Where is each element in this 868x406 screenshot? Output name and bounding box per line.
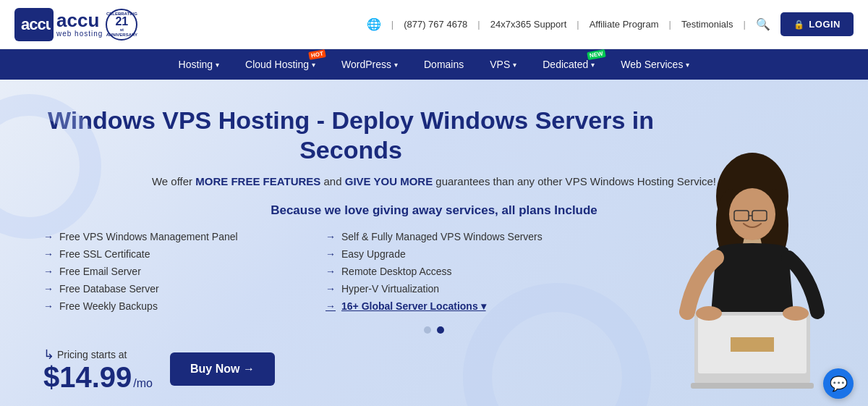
feature-item: → Free SSL Certificate [43, 248, 297, 260]
dot-1[interactable] [424, 326, 431, 334]
svg-rect-15 [731, 337, 774, 352]
arrow-icon: → [326, 231, 336, 242]
new-badge: NEW [587, 49, 605, 60]
svg-rect-12 [691, 383, 814, 389]
header-right: 🌐 | (877) 767 4678 | 24x7x365 Support | … [367, 12, 854, 36]
pricing-text: ↳ Pricing starts at $14.99 /mo [43, 347, 153, 392]
phone-link[interactable]: (877) 767 4678 [404, 19, 467, 30]
logo-brand: accu [56, 11, 103, 30]
nav-cloud-label: Cloud Hosting [245, 59, 309, 70]
arrow-icon: → [326, 283, 336, 295]
subtitle-bold1: MORE FREE FEATURES [195, 175, 320, 187]
feature-item: → Hyper-V Virtualization [326, 283, 579, 295]
feature-label: Free Email Server [59, 266, 141, 277]
feature-item: → Free Email Server [43, 266, 297, 277]
chevron-down-icon: ▾ [686, 61, 689, 69]
nav-item-wordpress[interactable]: WordPress ▾ [328, 49, 411, 80]
login-button[interactable]: 🔒 LOGIN [780, 12, 854, 36]
logo-box: accu accu web hosting CELEBRATING 21 st … [14, 8, 137, 41]
globe-icon[interactable]: 🌐 [367, 17, 381, 31]
feature-item: → Free Weekly Backups [43, 300, 297, 312]
feature-label: Free Weekly Backups [59, 300, 158, 312]
subtitle-bold2: GIVE YOU MORE [345, 175, 433, 187]
support-link[interactable]: 24x7x365 Support [490, 19, 567, 30]
nav-item-vps[interactable]: VPS ▾ [477, 49, 529, 80]
testimonials-link[interactable]: Testimonials [681, 19, 733, 30]
feature-item: → Free Database Server [43, 283, 297, 295]
hot-badge: HOT [308, 49, 326, 60]
nav-item-dedicated[interactable]: Dedicated ▾ NEW [529, 49, 608, 80]
arrow-icon: → [326, 266, 336, 277]
arrow-icon: → [43, 231, 54, 242]
arrow-curved-icon: ↳ [43, 347, 54, 363]
chevron-down-icon: ▾ [394, 61, 398, 69]
feature-label: Free VPS Windows Management Panel [59, 231, 238, 242]
anniversary-badge: CELEBRATING 21 st ANNIVERSARY [106, 9, 137, 41]
buy-now-button[interactable]: Buy Now → [170, 352, 275, 386]
nav-wordpress-label: WordPress [341, 59, 391, 70]
header: accu accu web hosting CELEBRATING 21 st … [0, 0, 868, 49]
nav-dedicated-label: Dedicated [542, 59, 588, 70]
feature-item: → Remote Desktop Access [326, 266, 579, 277]
logo-text: accu web hosting [56, 11, 103, 38]
logo-subtitle: web hosting [56, 30, 103, 38]
anniversary-number: 21 [115, 16, 128, 28]
nav-item-web-services[interactable]: Web Services ▾ [608, 49, 702, 80]
price-suffix: /mo [133, 377, 153, 390]
logo-icon[interactable]: accu [14, 8, 54, 41]
feature-item-locations[interactable]: → 16+ Global Server Locations ▾ [326, 300, 579, 312]
arrow-icon: → [43, 248, 54, 260]
arrow-icon: → [326, 300, 336, 312]
chevron-down-icon: ▾ [312, 61, 315, 69]
pricing-starts: ↳ Pricing starts at [43, 347, 127, 363]
subtitle-mid: and [320, 175, 344, 187]
hero-woman-image [651, 138, 854, 406]
price-display: $14.99 /mo [43, 363, 153, 392]
feature-label: Hyper-V Virtualization [341, 283, 439, 295]
dot-2[interactable] [437, 326, 444, 334]
nav-item-domains[interactable]: Domains [411, 49, 477, 80]
features-grid: → Free VPS Windows Management Panel → Se… [43, 231, 579, 312]
svg-point-13 [696, 306, 722, 321]
feature-label: Self & Fully Managed VPS Windows Servers [341, 231, 542, 242]
main-nav: Hosting ▾ Cloud Hosting ▾ HOT WordPress … [0, 49, 868, 80]
arrow-icon: → [326, 248, 336, 260]
feature-label: Easy Upgrade [341, 248, 406, 260]
feature-item: → Easy Upgrade [326, 248, 579, 260]
affiliate-link[interactable]: Affiliate Program [590, 19, 659, 30]
login-label: LOGIN [809, 19, 841, 30]
svg-point-14 [783, 306, 809, 321]
feature-label: Free Database Server [59, 283, 159, 295]
pricing-starts-label: Pricing starts at [57, 349, 127, 360]
feature-item: → Free VPS Windows Management Panel [43, 231, 297, 242]
arrow-icon: → [43, 300, 54, 312]
feature-item: → Self & Fully Managed VPS Windows Serve… [326, 231, 579, 242]
chevron-down-icon: ▾ [216, 61, 219, 69]
buy-now-label: Buy Now → [190, 363, 255, 376]
nav-web-services-label: Web Services [621, 59, 683, 70]
feature-label: Free SSL Certificate [59, 248, 150, 260]
chat-bubble-button[interactable]: 💬 [823, 368, 854, 399]
arrow-icon: → [43, 266, 54, 277]
chevron-down-icon: ▾ [513, 61, 516, 69]
nav-hosting-label: Hosting [179, 59, 213, 70]
logo-area: accu accu web hosting CELEBRATING 21 st … [14, 8, 137, 41]
feature-label: Remote Desktop Access [341, 266, 452, 277]
price-value: $14.99 [43, 363, 132, 392]
chevron-down-icon: ▾ [591, 61, 595, 69]
hero-section: Windows VPS Hosting - Deploy Windows Ser… [0, 80, 868, 406]
hero-title: Windows VPS Hosting - Deploy Windows Ser… [43, 106, 658, 165]
subtitle-pre: We offer [152, 175, 195, 187]
svg-text:accu: accu [21, 15, 51, 33]
feature-locations-label: 16+ Global Server Locations ▾ [341, 300, 486, 312]
search-icon[interactable]: 🔍 [756, 17, 770, 31]
arrow-icon: → [43, 283, 54, 295]
anniversary-suffix: st ANNIVERSARY [106, 28, 137, 37]
lock-icon: 🔒 [793, 20, 805, 30]
nav-item-cloud-hosting[interactable]: Cloud Hosting ▾ HOT [232, 49, 328, 80]
nav-domains-label: Domains [424, 59, 464, 70]
nav-item-hosting[interactable]: Hosting ▾ [166, 49, 232, 80]
chat-icon: 💬 [830, 375, 848, 392]
nav-vps-label: VPS [490, 59, 510, 70]
